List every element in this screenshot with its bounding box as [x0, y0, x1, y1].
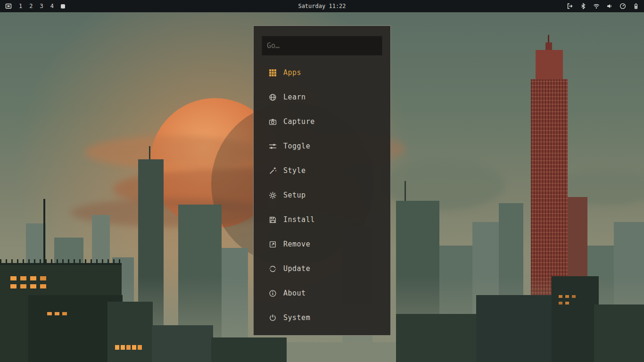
launcher-item-list: Apps Learn Capture: [254, 60, 390, 330]
desktop: 1 2 3 4 Saturday 11:22: [0, 0, 644, 362]
launcher-item-label: System: [283, 313, 310, 322]
setup-icon: [268, 191, 277, 199]
building-foreground: [594, 304, 644, 362]
launcher-item-apps[interactable]: Apps: [254, 60, 390, 85]
logout-icon[interactable]: [566, 3, 573, 10]
apps-grid-icon: [268, 68, 277, 77]
launcher-item-toggle[interactable]: Toggle: [254, 134, 390, 158]
launcher-item-label: Remove: [283, 240, 310, 248]
launcher-item-remove[interactable]: Remove: [254, 232, 390, 256]
launcher-item-label: Toggle: [283, 142, 310, 150]
install-icon: [268, 215, 277, 224]
lit-windows: [10, 276, 17, 280]
building-foreground: [152, 325, 213, 362]
style-icon: [268, 166, 277, 175]
launcher-item-label: Learn: [283, 93, 306, 101]
volume-icon[interactable]: [606, 3, 613, 10]
building-foreground: [211, 337, 287, 362]
launcher-item-label: Install: [283, 215, 315, 224]
workspace-2[interactable]: 2: [29, 3, 33, 9]
launcher-item-update[interactable]: Update: [254, 256, 390, 281]
battery-icon[interactable]: [632, 3, 639, 10]
launcher-item-label: Style: [283, 166, 306, 175]
workspace-4[interactable]: 4: [50, 3, 54, 9]
launcher-item-install[interactable]: Install: [254, 207, 390, 232]
system-icon: [268, 313, 277, 322]
building-foreground: [396, 314, 481, 362]
launcher-item-capture[interactable]: Capture: [254, 109, 390, 134]
about-icon: [268, 289, 277, 297]
launcher-item-label: Capture: [283, 117, 315, 126]
launcher-item-label: Setup: [283, 191, 306, 199]
window-icon[interactable]: [5, 3, 12, 10]
mast: [43, 199, 45, 265]
antenna: [405, 181, 406, 202]
top-bar: 1 2 3 4 Saturday 11:22: [0, 0, 644, 12]
wifi-icon[interactable]: [593, 3, 600, 10]
launcher-item-system[interactable]: System: [254, 305, 390, 330]
capture-icon: [268, 117, 277, 126]
red-tower: [531, 79, 568, 301]
dial-icon[interactable]: [619, 3, 626, 10]
launcher-menu: Apps Learn Capture: [253, 25, 391, 336]
bluetooth-icon[interactable]: [579, 3, 586, 10]
launcher-item-label: About: [283, 289, 306, 297]
antenna: [149, 146, 150, 160]
workspace-switcher: 1 2 3 4: [0, 3, 65, 10]
search-input[interactable]: [262, 36, 382, 56]
update-icon: [268, 264, 277, 273]
workspace-3[interactable]: 3: [40, 3, 43, 9]
launcher-item-style[interactable]: Style: [254, 158, 390, 183]
building-foreground: [107, 302, 153, 362]
lit-windows: [559, 295, 562, 298]
lit-windows: [115, 345, 119, 350]
red-tower-upper: [536, 50, 563, 81]
building-foreground: [552, 276, 599, 362]
layout-indicator-icon[interactable]: [61, 4, 65, 8]
workspace-1[interactable]: 1: [19, 3, 22, 9]
system-tray: [566, 3, 644, 10]
launcher-item-label: Apps: [283, 68, 301, 77]
clock: Saturday 11:22: [0, 3, 644, 9]
launcher-item-label: Update: [283, 264, 310, 273]
building-foreground: [476, 295, 556, 362]
launcher-item-about[interactable]: About: [254, 281, 390, 305]
toggle-icon: [268, 142, 277, 150]
launcher-item-setup[interactable]: Setup: [254, 183, 390, 207]
learn-icon: [268, 93, 277, 101]
launcher-item-learn[interactable]: Learn: [254, 85, 390, 109]
lit-windows: [47, 312, 52, 315]
remove-icon: [268, 240, 277, 248]
